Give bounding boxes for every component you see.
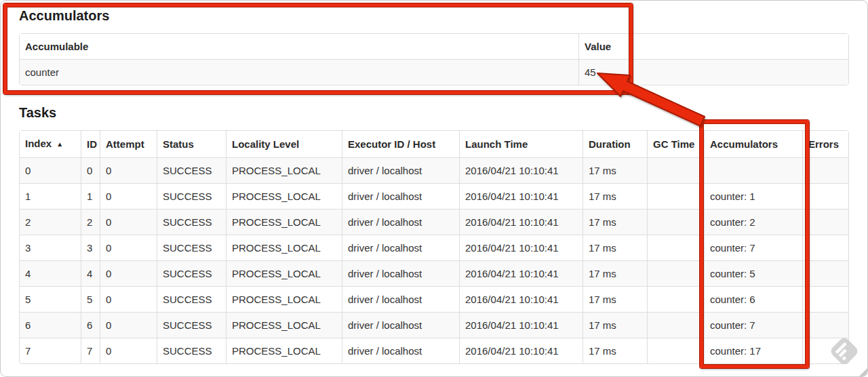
column-header-value[interactable]: Value (578, 34, 848, 59)
column-header-errors[interactable]: Errors (802, 131, 848, 157)
page-content: Accumulators AccumulableValue counter45 … (1, 1, 867, 364)
cell-duration: 17 ms (583, 260, 647, 286)
cell-duration: 17 ms (583, 286, 647, 312)
cell-attempt: 0 (100, 260, 157, 286)
cell-errors (802, 235, 848, 260)
cell-executor: driver / localhost (342, 260, 459, 286)
cell-executor: driver / localhost (342, 235, 459, 260)
table-row: 330SUCCESSPROCESS_LOCALdriver / localhos… (20, 235, 848, 260)
cell-index: 5 (20, 286, 81, 312)
column-header-status[interactable]: Status (157, 131, 226, 157)
cell-status: SUCCESS (157, 209, 226, 235)
cell-status: SUCCESS (157, 260, 226, 286)
column-header-attempt[interactable]: Attempt (100, 131, 157, 157)
column-header-executor-id-host[interactable]: Executor ID / Host (342, 131, 459, 157)
cell-errors (802, 183, 848, 209)
cell-errors (802, 286, 848, 312)
cell-attempt: 0 (100, 286, 157, 312)
tasks-section-title: Tasks (19, 104, 850, 121)
table-row: 550SUCCESSPROCESS_LOCALdriver / localhos… (20, 286, 848, 312)
cell-index: 4 (20, 260, 81, 286)
cell-gc (647, 235, 704, 260)
tasks-table: Index▲IDAttemptStatusLocality LevelExecu… (19, 130, 849, 364)
cell-accumulators: counter: 1 (704, 183, 802, 209)
cell-executor: driver / localhost (342, 209, 459, 235)
cell-launch: 2016/04/21 10:10:41 (459, 286, 583, 312)
cell-id: 1 (81, 183, 100, 209)
cell-executor: driver / localhost (342, 183, 459, 209)
tasks-table-header-row: Index▲IDAttemptStatusLocality LevelExecu… (20, 131, 848, 157)
cell-locality: PROCESS_LOCAL (226, 157, 342, 183)
cell-gc (647, 209, 704, 235)
cell-status: SUCCESS (157, 157, 226, 183)
tasks-table-body: 000SUCCESSPROCESS_LOCALdriver / localhos… (20, 157, 848, 363)
cell-duration: 17 ms (583, 235, 647, 260)
column-header-locality-level[interactable]: Locality Level (226, 131, 342, 157)
column-header-id[interactable]: ID (81, 131, 100, 157)
column-header-launch-time[interactable]: Launch Time (459, 131, 583, 157)
table-row: 110SUCCESSPROCESS_LOCALdriver / localhos… (20, 183, 848, 209)
cell-duration: 17 ms (583, 312, 647, 338)
accumulators-table-header-row: AccumulableValue (20, 34, 848, 59)
cell-attempt: 0 (100, 338, 157, 363)
cell-attempt: 0 (100, 157, 157, 183)
cell-id: 7 (81, 338, 100, 363)
cell-index: 6 (20, 312, 81, 338)
cell-accumulators: counter: 17 (704, 338, 802, 363)
cell-id: 4 (81, 260, 100, 286)
cell-index: 0 (20, 157, 81, 183)
cell-accumulators: counter: 2 (704, 209, 802, 235)
cell-gc (647, 312, 704, 338)
table-row: counter45 (20, 59, 848, 85)
cell-errors (802, 260, 848, 286)
cell-id: 6 (81, 312, 100, 338)
cell-accumulable: counter (20, 59, 578, 85)
cell-gc (647, 183, 704, 209)
cell-duration: 17 ms (583, 157, 647, 183)
cell-id: 0 (81, 157, 100, 183)
table-row: 220SUCCESSPROCESS_LOCALdriver / localhos… (20, 209, 848, 235)
cell-accumulators: counter: 7 (704, 312, 802, 338)
cell-locality: PROCESS_LOCAL (226, 209, 342, 235)
table-row: 770SUCCESSPROCESS_LOCALdriver / localhos… (20, 338, 848, 363)
cell-launch: 2016/04/21 10:10:41 (459, 260, 583, 286)
column-header-accumulators[interactable]: Accumulators (704, 131, 802, 157)
cell-id: 2 (81, 209, 100, 235)
cell-locality: PROCESS_LOCAL (226, 260, 342, 286)
cell-launch: 2016/04/21 10:10:41 (459, 183, 583, 209)
cell-status: SUCCESS (157, 312, 226, 338)
table-row: 000SUCCESSPROCESS_LOCALdriver / localhos… (20, 157, 848, 183)
column-header-index[interactable]: Index▲ (20, 131, 81, 157)
cell-accumulators (704, 157, 802, 183)
cell-attempt: 0 (100, 235, 157, 260)
cell-gc (647, 260, 704, 286)
table-row: 660SUCCESSPROCESS_LOCALdriver / localhos… (20, 312, 848, 338)
cell-executor: driver / localhost (342, 312, 459, 338)
table-row: 440SUCCESSPROCESS_LOCALdriver / localhos… (20, 260, 848, 286)
cell-accumulators: counter: 7 (704, 235, 802, 260)
column-header-gc-time[interactable]: GC Time (647, 131, 704, 157)
cell-duration: 17 ms (583, 338, 647, 363)
cell-errors (802, 312, 848, 338)
cell-attempt: 0 (100, 209, 157, 235)
cell-status: SUCCESS (157, 286, 226, 312)
column-header-accumulable[interactable]: Accumulable (20, 34, 578, 59)
accumulators-table: AccumulableValue counter45 (19, 33, 849, 85)
cell-locality: PROCESS_LOCAL (226, 338, 342, 363)
cell-index: 3 (20, 235, 81, 260)
cell-id: 5 (81, 286, 100, 312)
accumulators-table-body: counter45 (20, 59, 848, 85)
cell-duration: 17 ms (583, 209, 647, 235)
cell-accumulators: counter: 5 (704, 260, 802, 286)
cell-launch: 2016/04/21 10:10:41 (459, 338, 583, 363)
cell-errors (802, 209, 848, 235)
column-header-duration[interactable]: Duration (583, 131, 647, 157)
cell-index: 1 (20, 183, 81, 209)
sort-ascending-icon: ▲ (56, 140, 63, 148)
cell-gc (647, 286, 704, 312)
cell-executor: driver / localhost (342, 338, 459, 363)
cell-locality: PROCESS_LOCAL (226, 312, 342, 338)
accumulators-section-title: Accumulators (19, 7, 850, 24)
cell-status: SUCCESS (157, 338, 226, 363)
cell-index: 7 (20, 338, 81, 363)
